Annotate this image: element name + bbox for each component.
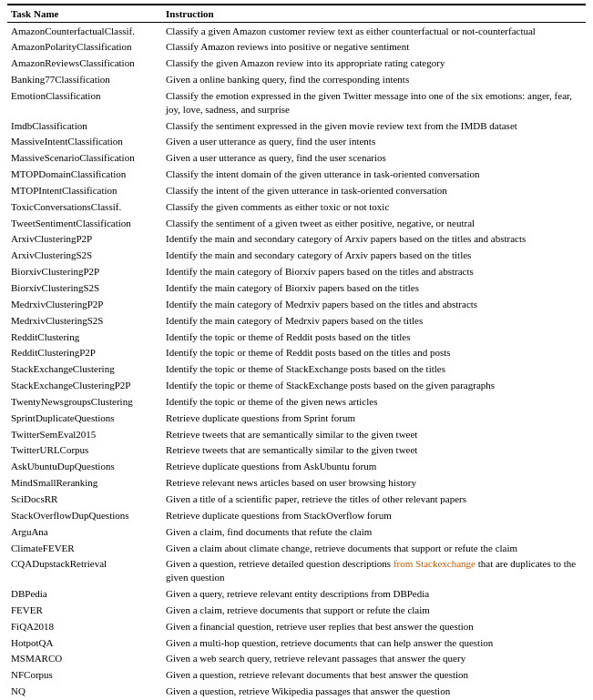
task-name-cell: SprintDuplicateQuestions — [7, 410, 162, 426]
instruction-cell: Identify the main category of Medrxiv pa… — [162, 296, 586, 312]
instruction-cell: Identify the main category of Medrxiv pa… — [162, 312, 586, 329]
table-row: NQGiven a question, retrieve Wikipedia p… — [7, 684, 586, 700]
task-name-cell: TweetSentimentClassification — [7, 215, 162, 231]
task-name-cell: ArxivClusteringS2S — [7, 248, 162, 264]
table-row: DBPediaGiven a query, retrieve relevant … — [7, 586, 586, 603]
table-row: TwitterSemEval2015Retrieve tweets that a… — [7, 426, 586, 442]
header-task-name: Task Name — [7, 5, 162, 23]
table-row: ArxivClusteringP2PIdentify the main and … — [7, 231, 586, 248]
task-name-cell: ClimateFEVER — [7, 540, 162, 556]
instruction-cell: Identify the topic or theme of the given… — [162, 393, 586, 410]
instruction-cell: Given a user utterance as query, find th… — [162, 134, 586, 150]
instruction-cell: Classify the intent of the given utteran… — [162, 182, 586, 198]
task-name-cell: MSMARCO — [7, 651, 162, 667]
table-row: BiorxivClusteringP2PIdentify the main ca… — [7, 264, 586, 280]
table-row: MindSmallRerankingRetrieve relevant news… — [7, 475, 586, 492]
instruction-cell: Classify the intent domain of the given … — [162, 167, 586, 183]
instruction-cell: Classify the given Amazon review into it… — [162, 56, 586, 72]
table-row: MTOPIntentClassificationClassify the int… — [7, 182, 586, 198]
table-row: MedrxivClusteringS2SIdentify the main ca… — [7, 312, 586, 329]
task-name-cell: ArguAna — [7, 523, 162, 540]
instruction-cell: Classify the sentiment expressed in the … — [162, 117, 586, 134]
table-row: RedditClusteringIdentify the topic or th… — [7, 329, 586, 345]
table-row: EmotionClassificationClassify the emotio… — [7, 87, 586, 117]
task-name-cell: AmazonReviewsClassification — [7, 56, 162, 72]
task-name-cell: DBPedia — [7, 586, 162, 603]
task-name-cell: BiorxivClusteringS2S — [7, 280, 162, 297]
instruction-cell: Classify the given comments as either to… — [162, 198, 586, 215]
instruction-cell: Retrieve tweets that are semantically si… — [162, 442, 586, 459]
table-row: TwitterURLCorpusRetrieve tweets that are… — [7, 442, 586, 459]
instruction-cell: Identify the topic or theme of Reddit po… — [162, 329, 586, 345]
table-row: FiQA2018Given a financial question, retr… — [7, 618, 586, 634]
instruction-cell: Given a web search query, retrieve relev… — [162, 651, 586, 667]
task-name-cell: TwentyNewsgroupsClustering — [7, 393, 162, 410]
instruction-cell: Classify the sentiment of a given tweet … — [162, 215, 586, 231]
task-name-cell: TwitterURLCorpus — [7, 442, 162, 459]
table-row: StackExchangeClusteringP2PIdentify the t… — [7, 378, 586, 394]
task-name-cell: MedrxivClusteringP2P — [7, 296, 162, 312]
instruction-cell: Retrieve relevant news articles based on… — [162, 475, 586, 492]
instruction-cell: Given a question, retrieve Wikipedia pas… — [162, 684, 586, 700]
instruction-cell: Given a claim, retrieve documents that s… — [162, 602, 586, 618]
instruction-cell: Identify the main category of Biorxiv pa… — [162, 264, 586, 280]
task-name-cell: FiQA2018 — [7, 618, 162, 634]
task-table: Task Name Instruction AmazonCounterfactu… — [7, 4, 586, 700]
table-row: AskUbuntuDupQuestionsRetrieve duplicate … — [7, 459, 586, 475]
table-row: ClimateFEVERGiven a claim about climate … — [7, 540, 586, 556]
table-row: MTOPDomainClassificationClassify the int… — [7, 167, 586, 183]
task-name-cell: ImdbClassification — [7, 117, 162, 134]
task-name-cell: MTOPIntentClassification — [7, 182, 162, 198]
table-row: StackOverflowDupQuestionsRetrieve duplic… — [7, 507, 586, 523]
table-row: AmazonReviewsClassificationClassify the … — [7, 56, 586, 72]
instruction-cell: Given a user utterance as query, find th… — [162, 150, 586, 167]
table-row: StackExchangeClusteringIdentify the topi… — [7, 361, 586, 378]
task-name-cell: StackExchangeClustering — [7, 361, 162, 378]
task-name-cell: AskUbuntuDupQuestions — [7, 459, 162, 475]
instruction-cell: Identify the main category of Biorxiv pa… — [162, 280, 586, 297]
instruction-cell: Given a claim, find documents that refut… — [162, 523, 586, 540]
task-name-cell: ToxicConversationsClassif. — [7, 198, 162, 215]
table-row: Banking77ClassificationGiven a online ba… — [7, 72, 586, 88]
task-name-cell: ArxivClusteringP2P — [7, 231, 162, 248]
task-name-cell: MTOPDomainClassification — [7, 167, 162, 183]
instruction-cell: Classify the emotion expressed in the gi… — [162, 87, 586, 117]
task-name-cell: RedditClusteringP2P — [7, 345, 162, 361]
instruction-cell: Given a financial question, retrieve use… — [162, 618, 586, 634]
instruction-cell: Given a online banking query, find the c… — [162, 72, 586, 88]
task-name-cell: EmotionClassification — [7, 87, 162, 117]
instruction-cell: Identify the topic or theme of StackExch… — [162, 361, 586, 378]
instruction-cell: Given a multi-hop question, retrieve doc… — [162, 634, 586, 651]
table-row: ArxivClusteringS2SIdentify the main and … — [7, 248, 586, 264]
instruction-cell: Identify the main and secondary category… — [162, 248, 586, 264]
instruction-cell: Identify the topic or theme of Reddit po… — [162, 345, 586, 361]
table-row: AmazonPolarityClassificationClassify Ama… — [7, 39, 586, 56]
table-row: SciDocsRRGiven a title of a scientific p… — [7, 491, 586, 507]
instruction-cell: Given a question, retrieve detailed ques… — [162, 556, 586, 586]
instruction-cell: Given a question, retrieve relevant docu… — [162, 667, 586, 684]
task-name-cell: NQ — [7, 684, 162, 700]
instruction-cell: Identify the topic or theme of StackExch… — [162, 378, 586, 394]
task-name-cell: AmazonCounterfactualClassif. — [7, 23, 162, 39]
task-name-cell: FEVER — [7, 602, 162, 618]
table-row: TwentyNewsgroupsClusteringIdentify the t… — [7, 393, 586, 410]
table-row: MedrxivClusteringP2PIdentify the main ca… — [7, 296, 586, 312]
instruction-cell: Classify a given Amazon customer review … — [162, 23, 586, 39]
table-row: TweetSentimentClassificationClassify the… — [7, 215, 586, 231]
task-name-cell: StackExchangeClusteringP2P — [7, 378, 162, 394]
task-name-cell: MassiveIntentClassification — [7, 134, 162, 150]
table-row: ToxicConversationsClassif.Classify the g… — [7, 198, 586, 215]
task-name-cell: MedrxivClusteringS2S — [7, 312, 162, 329]
task-name-cell: NFCorpus — [7, 667, 162, 684]
header-instruction: Instruction — [162, 5, 586, 23]
task-name-cell: MindSmallReranking — [7, 475, 162, 492]
task-name-cell: SciDocsRR — [7, 491, 162, 507]
table-row: MSMARCOGiven a web search query, retriev… — [7, 651, 586, 667]
instruction-cell: Retrieve duplicate questions from AskUbu… — [162, 459, 586, 475]
instruction-cell: Given a title of a scientific paper, ret… — [162, 491, 586, 507]
table-row: SprintDuplicateQuestionsRetrieve duplica… — [7, 410, 586, 426]
instruction-cell: Classify Amazon reviews into positive or… — [162, 39, 586, 56]
task-name-cell: TwitterSemEval2015 — [7, 426, 162, 442]
task-name-cell: RedditClustering — [7, 329, 162, 345]
table-row: MassiveScenarioClassificationGiven a use… — [7, 150, 586, 167]
